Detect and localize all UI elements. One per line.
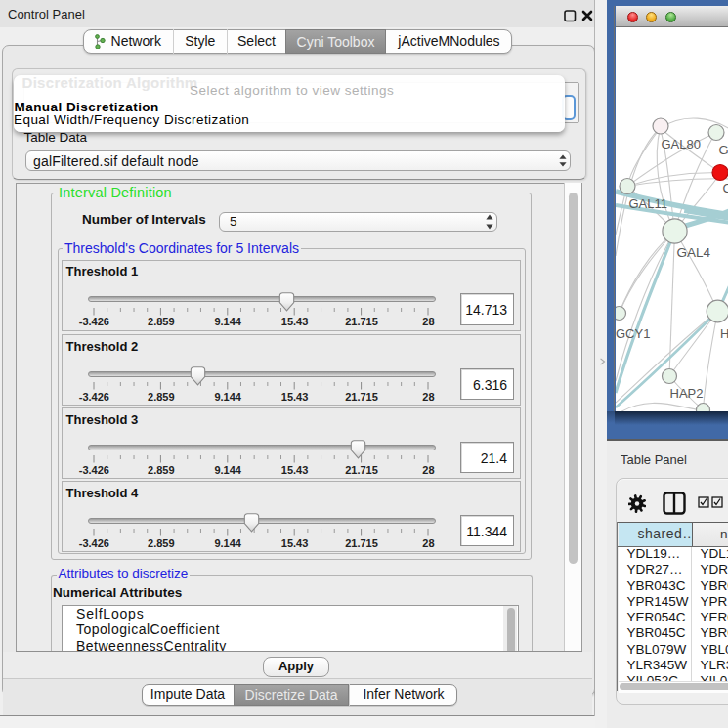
svg-text:GAL80: GAL80 [661,137,700,151]
svg-text:H: H [720,326,728,341]
svg-text:HAP2: HAP2 [669,386,703,401]
svg-text:C: C [722,181,728,195]
svg-text:GAL11: GAL11 [628,196,667,211]
svg-text:GA: GA [718,143,728,157]
svg-text:GCY1: GCY1 [616,326,650,341]
svg-text:GAL4: GAL4 [676,245,710,260]
